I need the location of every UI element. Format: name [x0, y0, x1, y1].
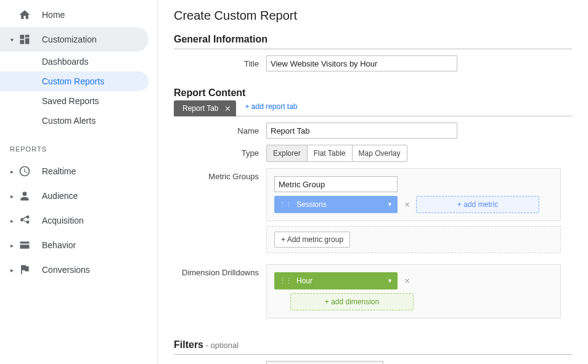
nav-home-label: Home [42, 10, 65, 20]
remove-metric-icon[interactable]: ✕ [402, 200, 411, 209]
chevron-down-icon: ▾ [9, 36, 15, 43]
nav-label: Behavior [42, 240, 76, 250]
metric-group-panel: ⋮⋮ Sessions ▼ ✕ + add metric [266, 168, 561, 221]
type-segmented-group: Explorer Flat Table Map Overlay [266, 145, 407, 162]
row-title: Title [174, 55, 572, 71]
drag-icon: ⋮⋮ [279, 201, 292, 209]
subnav-label: Saved Reports [42, 96, 99, 106]
row-type: Type Explorer Flat Table Map Overlay [174, 145, 572, 162]
home-icon [18, 9, 31, 21]
add-report-tab-link[interactable]: + add report tab [245, 102, 297, 113]
label-type: Type [174, 145, 266, 158]
drag-icon: ⋮⋮ [279, 277, 292, 285]
metric-pill-label: Sessions [296, 200, 327, 209]
dimension-panel: ⋮⋮ Hour ▼ ✕ + add dimension [266, 264, 561, 318]
row-add-filter: + add filter ▼ [174, 361, 572, 364]
dashboard-icon [18, 33, 31, 46]
share-icon [18, 214, 31, 227]
nav-label: Audience [42, 191, 78, 201]
label-name: Name [174, 123, 266, 135]
nav-customization[interactable]: ▾ Customization [0, 27, 149, 52]
subnav-saved-reports[interactable]: Saved Reports [0, 91, 157, 111]
row-name: Name [174, 123, 572, 139]
chevron-right-icon: ▸ [9, 168, 15, 175]
section-filters-heading: Filters - optional [174, 339, 572, 355]
add-metric-group-panel: + Add metric group [266, 226, 561, 253]
filters-optional-text: - optional [203, 341, 239, 350]
metric-pill-sessions[interactable]: ⋮⋮ Sessions ▼ [274, 196, 398, 213]
filters-heading-text: Filters [174, 339, 203, 350]
remove-dimension-icon[interactable]: ✕ [402, 277, 411, 285]
person-icon [18, 190, 31, 202]
cards-icon [18, 239, 31, 251]
add-metric-button[interactable]: + add metric [416, 196, 539, 213]
sidebar: Home ▾ Customization Dashboards Custom R… [0, 0, 158, 364]
nav-label: Realtime [42, 166, 76, 176]
nav-label: Acquisition [42, 216, 84, 225]
nav-conversions[interactable]: ▸ Conversions [0, 257, 157, 282]
subnav-custom-alerts[interactable]: Custom Alerts [0, 111, 157, 131]
chevron-right-icon: ▸ [9, 193, 15, 200]
page-title: Create Custom Report [174, 9, 572, 23]
nav-realtime[interactable]: ▸ Realtime [0, 159, 157, 184]
subnav-custom-reports[interactable]: Custom Reports [0, 71, 149, 91]
label-title: Title [174, 55, 266, 68]
subnav-label: Custom Alerts [42, 116, 96, 126]
label-empty [174, 361, 266, 364]
subnav-label: Custom Reports [42, 76, 104, 86]
nav-home[interactable]: Home [0, 2, 157, 27]
nav-customization-label: Customization [42, 34, 97, 44]
reports-section-header: REPORTS [0, 131, 157, 159]
main-content: Create Custom Report General Information… [158, 0, 588, 364]
add-metric-group-button[interactable]: + Add metric group [274, 232, 350, 248]
nav-audience[interactable]: ▸ Audience [0, 184, 157, 208]
add-filter-dropdown[interactable]: + add filter ▼ [266, 361, 383, 364]
nav-acquisition[interactable]: ▸ Acquisition [0, 208, 157, 233]
nav-label: Conversions [42, 265, 90, 275]
report-tab[interactable]: Report Tab ✕ [174, 100, 236, 116]
section-content-heading: Report Content [174, 87, 572, 100]
label-metric-groups: Metric Groups [174, 168, 266, 181]
close-icon[interactable]: ✕ [224, 104, 231, 113]
flag-icon [18, 264, 31, 276]
chevron-down-icon: ▼ [387, 278, 393, 284]
type-map-overlay[interactable]: Map Overlay [353, 145, 407, 161]
dimension-pill-hour[interactable]: ⋮⋮ Hour ▼ [274, 272, 398, 289]
subnav-dashboards[interactable]: Dashboards [0, 52, 157, 71]
input-report-title[interactable] [266, 55, 457, 71]
chevron-right-icon: ▸ [9, 217, 15, 224]
chevron-right-icon: ▸ [9, 267, 15, 273]
label-dimension-drilldowns: Dimension Drilldowns [174, 264, 266, 277]
nav-behavior[interactable]: ▸ Behavior [0, 233, 157, 257]
subnav-label: Dashboards [42, 57, 89, 67]
report-tab-strip: Report Tab ✕ + add report tab [174, 100, 572, 116]
report-tab-label: Report Tab [182, 104, 218, 113]
section-general-heading: General Information [174, 34, 572, 49]
add-dimension-button[interactable]: + add dimension [290, 293, 414, 310]
input-tab-name[interactable] [266, 123, 457, 139]
type-explorer[interactable]: Explorer [267, 145, 308, 161]
type-flat-table[interactable]: Flat Table [308, 145, 353, 161]
row-dimension-drilldowns: Dimension Drilldowns ⋮⋮ Hour ▼ ✕ + add d… [174, 264, 572, 323]
row-metric-groups: Metric Groups ⋮⋮ Sessions ▼ ✕ + add metr… [174, 168, 572, 258]
dimension-pill-label: Hour [296, 277, 312, 285]
chevron-right-icon: ▸ [9, 242, 15, 249]
input-metric-group-name[interactable] [274, 176, 398, 192]
chevron-down-icon: ▼ [387, 201, 393, 208]
clock-icon [18, 165, 31, 177]
